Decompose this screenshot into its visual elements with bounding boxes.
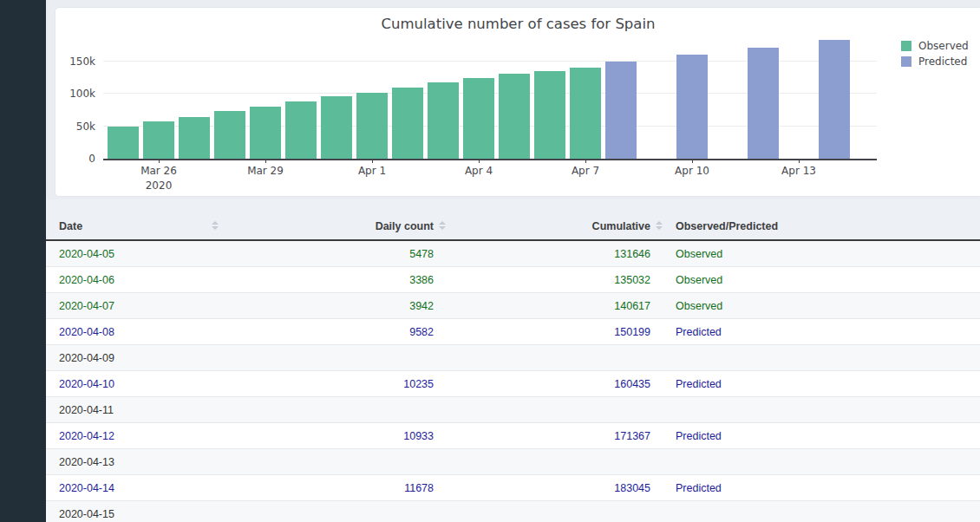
cell-date: 2020-04-15 xyxy=(59,508,114,520)
cell-daily: 3386 xyxy=(263,274,434,286)
table-row: 2020-04-15 xyxy=(46,501,980,522)
cell-date: 2020-04-09 xyxy=(59,352,114,364)
sort-down-icon xyxy=(439,226,446,230)
cell-cumulative: 150199 xyxy=(480,326,650,338)
cell-cumulative: 171367 xyxy=(480,430,650,442)
bar-predicted[interactable] xyxy=(748,48,779,159)
bar-observed[interactable] xyxy=(143,121,174,159)
bar-predicted[interactable] xyxy=(676,55,708,159)
column-header-cumulative: Cumulative xyxy=(480,220,650,232)
bar-observed[interactable] xyxy=(285,101,317,159)
cell-status: Predicted xyxy=(676,430,722,442)
x-axis-tick-label: Apr 1 xyxy=(358,165,386,177)
table-header: Date Daily count Cumulative Observed/Pre… xyxy=(46,199,980,241)
cell-date: 2020-04-10 xyxy=(59,378,114,390)
y-axis-tick-label: 50k xyxy=(76,121,95,133)
bar-observed[interactable] xyxy=(499,74,530,159)
cell-status: Predicted xyxy=(676,482,722,494)
x-axis-tick-label: Apr 13 xyxy=(781,165,816,177)
sidebar xyxy=(0,0,46,522)
cell-date: 2020-04-08 xyxy=(59,326,114,338)
x-axis-tickmark xyxy=(479,159,480,163)
cell-status: Observed xyxy=(676,274,722,286)
cell-date: 2020-04-12 xyxy=(59,430,114,442)
column-header-daily-count: Daily count xyxy=(263,220,434,232)
x-axis-tick-label: Apr 10 xyxy=(675,165,709,177)
bar-observed[interactable] xyxy=(179,117,210,159)
observed-swatch-icon xyxy=(901,41,911,51)
x-axis-tickmark xyxy=(799,159,800,163)
cell-daily: 9582 xyxy=(263,326,434,338)
cell-status: Predicted xyxy=(676,378,722,390)
cell-daily: 10235 xyxy=(263,378,434,390)
chart-legend: Observed Predicted xyxy=(901,40,969,68)
legend-item-predicted[interactable]: Predicted xyxy=(901,55,969,68)
x-axis-tickmark xyxy=(372,159,373,163)
cell-cumulative: 140617 xyxy=(480,300,650,312)
x-axis-tickmark xyxy=(159,159,160,163)
bar-observed[interactable] xyxy=(392,88,423,159)
cell-cumulative: 183045 xyxy=(480,482,650,494)
cell-status: Observed xyxy=(676,248,722,260)
table-body: 2020-04-05 5478 131646 Observed 2020-04-… xyxy=(46,241,980,522)
cell-daily: 5478 xyxy=(263,248,434,260)
bar-observed[interactable] xyxy=(356,93,388,159)
column-header-date: Date xyxy=(59,220,82,232)
y-axis-tick-label: 0 xyxy=(88,153,95,165)
x-axis-tickmark xyxy=(585,159,586,163)
cell-daily: 11678 xyxy=(263,482,434,494)
cell-status: Observed xyxy=(676,300,722,312)
x-axis-tick-label: Apr 4 xyxy=(465,165,493,177)
table-row: 2020-04-05 5478 131646 Observed xyxy=(46,241,980,267)
bar-observed[interactable] xyxy=(108,127,139,159)
table-row: 2020-04-08 9582 150199 Predicted xyxy=(46,319,980,345)
sort-up-icon xyxy=(439,221,446,225)
bar-predicted[interactable] xyxy=(819,40,850,159)
chart-title: Cumulative number of cases for Spain xyxy=(56,16,980,32)
x-axis-tick-label: Mar 29 xyxy=(247,165,284,177)
sort-icon-date[interactable] xyxy=(211,220,219,231)
legend-label-observed: Observed xyxy=(918,40,969,52)
sort-icon-cumulative[interactable] xyxy=(655,220,663,231)
x-axis-tick-label: Mar 262020 xyxy=(140,165,177,192)
cell-date: 2020-04-14 xyxy=(59,482,114,494)
y-axis-tick-label: 150k xyxy=(69,55,95,68)
bar-predicted[interactable] xyxy=(605,62,637,159)
x-axis-tick-label: Apr 7 xyxy=(572,165,599,177)
cell-cumulative: 135032 xyxy=(480,274,650,286)
table-row: 2020-04-13 xyxy=(46,449,980,475)
cell-date: 2020-04-07 xyxy=(59,300,114,312)
table-row: 2020-04-09 xyxy=(46,345,980,371)
table-row: 2020-04-06 3386 135032 Observed xyxy=(46,267,980,293)
legend-item-observed[interactable]: Observed xyxy=(901,40,969,52)
sort-up-icon xyxy=(212,221,219,225)
x-axis-tickmark xyxy=(265,159,266,163)
table-row: 2020-04-14 11678 183045 Predicted xyxy=(46,475,980,501)
cell-daily: 3942 xyxy=(263,300,434,312)
table-row: 2020-04-11 xyxy=(46,397,980,423)
column-header-observed-predicted: Observed/Predicted xyxy=(676,220,778,232)
plot-area: 050k100k150kMar 262020Mar 29Apr 1Apr 4Ap… xyxy=(103,40,877,160)
table-row: 2020-04-07 3942 140617 Observed xyxy=(46,293,980,319)
bar-observed[interactable] xyxy=(570,68,601,159)
sort-up-icon xyxy=(656,221,663,225)
sort-icon-daily-count[interactable] xyxy=(438,220,447,231)
legend-label-predicted: Predicted xyxy=(918,55,967,68)
cell-daily: 10933 xyxy=(263,430,434,442)
bar-observed[interactable] xyxy=(534,71,565,159)
table-row: 2020-04-12 10933 171367 Predicted xyxy=(46,423,980,449)
cell-date: 2020-04-05 xyxy=(59,248,114,260)
bar-observed[interactable] xyxy=(214,111,245,159)
bar-observed[interactable] xyxy=(463,78,494,159)
bar-observed[interactable] xyxy=(321,96,352,159)
cell-cumulative: 160435 xyxy=(480,378,650,390)
app-screen: Cumulative number of cases for Spain 050… xyxy=(0,0,980,522)
x-axis-tickmark xyxy=(692,159,693,163)
cell-date: 2020-04-06 xyxy=(59,274,114,286)
bar-observed[interactable] xyxy=(250,107,281,159)
sort-down-icon xyxy=(212,226,219,230)
data-table: Date Daily count Cumulative Observed/Pre… xyxy=(46,199,980,522)
table-row: 2020-04-10 10235 160435 Predicted xyxy=(46,371,980,397)
bar-observed[interactable] xyxy=(428,82,459,159)
cell-status: Predicted xyxy=(676,326,722,338)
